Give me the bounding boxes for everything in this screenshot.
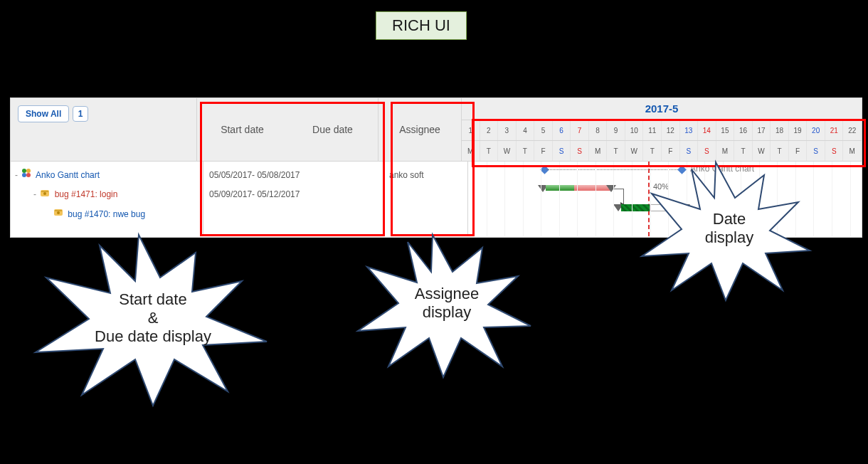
cal-dow: T <box>480 141 499 161</box>
cal-daynum: 13 <box>680 120 699 140</box>
gantt-gridline <box>523 162 524 236</box>
cal-daynum: 18 <box>771 120 789 140</box>
link-line <box>614 189 624 189</box>
gantt-gridline <box>559 162 560 236</box>
svg-point-5 <box>43 192 46 195</box>
dates-row-2: 05/09/2017- 05/12/2017 <box>203 185 384 204</box>
tree-bug1-label: bug #1471: login <box>55 189 118 199</box>
cal-dow: F <box>534 141 553 161</box>
cal-daynum: 19 <box>789 120 808 140</box>
cal-daynum: 15 <box>716 120 735 140</box>
svg-point-7 <box>57 211 60 214</box>
svg-point-1 <box>26 169 31 173</box>
page-1-button[interactable]: 1 <box>73 106 89 122</box>
dates-column: 05/05/2017- 05/08/2017 05/09/2017- 05/12… <box>203 162 385 236</box>
gantt-gridline <box>613 162 614 236</box>
gantt-gridline <box>541 162 541 236</box>
cal-daynum: 1 <box>462 120 480 140</box>
gantt-gridline <box>504 162 505 236</box>
cal-daynum: 8 <box>589 120 608 140</box>
cal-daynum: 9 <box>607 120 625 140</box>
cal-dow: M <box>462 141 480 161</box>
cal-daynum: 21 <box>825 120 844 140</box>
bar1-green[interactable] <box>546 185 574 191</box>
cal-daynum: 22 <box>843 120 862 140</box>
cal-dow: S <box>553 141 571 161</box>
cal-daynum: 2 <box>480 120 499 140</box>
cal-dow: M <box>843 141 862 161</box>
due-date-header: Due date <box>287 98 378 161</box>
cal-daynum: 17 <box>753 120 771 140</box>
calendar-header: 2017-5 123456789101112131415161718192021… <box>462 98 862 161</box>
cal-dow: T <box>607 141 625 161</box>
cal-dow: W <box>498 141 517 161</box>
cal-daynum: 5 <box>534 120 553 140</box>
cal-dow: S <box>571 141 589 161</box>
cal-daynum: 7 <box>571 120 589 140</box>
cal-dow: S <box>825 141 844 161</box>
cal-daynum: 11 <box>643 120 662 140</box>
tree-project-label: Anko Gantt chart <box>36 170 100 180</box>
cal-daynum: 14 <box>698 120 716 140</box>
cal-daynum: 16 <box>734 120 753 140</box>
assignee-column: anko soft <box>385 162 468 236</box>
tree-bug2-label: bug #1470: nwe bug <box>68 209 145 219</box>
start-date-header: Start date <box>197 98 287 161</box>
bug-icon <box>40 186 50 205</box>
calendar-daynum-row: 12345678910111213141516171819202122 <box>462 120 862 141</box>
gantt-header: Show All 1 Start date Due date Assignee … <box>11 98 862 162</box>
cal-daynum: 3 <box>498 120 517 140</box>
bug-icon <box>53 205 63 224</box>
cal-daynum: 4 <box>517 120 535 140</box>
tree-project-row[interactable]: - Anko Gantt chart <box>14 166 200 185</box>
rich-ui-badge: RICH UI <box>376 11 467 40</box>
collapse-icon[interactable]: - <box>15 170 19 180</box>
gantt-gridline <box>850 162 851 236</box>
project-icon <box>21 166 31 185</box>
tree-header: Show All 1 <box>11 98 197 161</box>
svg-point-2 <box>22 173 26 177</box>
cal-dow: T <box>517 141 535 161</box>
collapse-icon[interactable]: - <box>33 189 38 199</box>
calendar-month: 2017-5 <box>462 98 862 120</box>
cal-daynum: 12 <box>662 120 680 140</box>
gantt-gridline <box>832 162 832 236</box>
cal-daynum: 20 <box>807 120 825 140</box>
svg-point-3 <box>26 173 31 177</box>
svg-point-0 <box>22 169 26 173</box>
cal-daynum: 10 <box>625 120 644 140</box>
issue-tree: - Anko Gantt chart - bug #1471: login bu… <box>11 162 203 236</box>
dates-header: Start date Due date <box>197 98 379 161</box>
dates-row-1: 05/05/2017- 05/08/2017 <box>203 166 384 185</box>
gantt-gridline <box>577 162 578 236</box>
cal-dow: M <box>589 141 608 161</box>
assignee-header: Assignee <box>379 98 462 161</box>
cal-daynum: 6 <box>553 120 571 140</box>
assignee-row-2: anko soft <box>385 166 467 185</box>
gantt-gridline <box>596 162 596 236</box>
callout-datehdr-text: Datedisplay <box>683 210 776 247</box>
gantt-gridline <box>487 162 487 236</box>
callout-assignee-text: Assigneedisplay <box>390 285 504 322</box>
show-all-button[interactable]: Show All <box>18 105 69 122</box>
tree-bug1-row[interactable]: - bug #1471: login <box>14 185 200 204</box>
callout-dates-text: Start date&Due date display <box>64 290 242 346</box>
tree-bug2-row[interactable]: bug #1470: nwe bug <box>14 205 200 224</box>
